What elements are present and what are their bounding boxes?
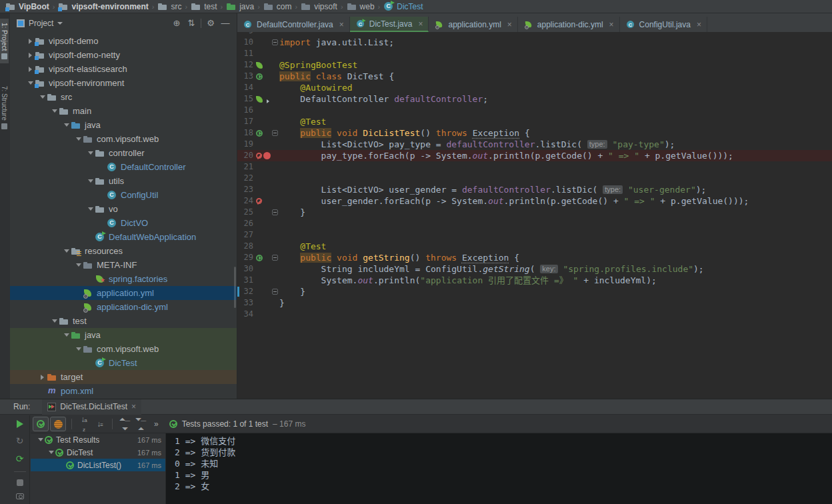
expanded-arrow-icon[interactable] (50, 319, 59, 323)
expanded-arrow-icon[interactable] (50, 109, 59, 113)
expanded-arrow-icon[interactable] (74, 347, 83, 351)
tree-item-dictvo[interactable]: DictVO (10, 216, 237, 230)
tree-item-application-yml[interactable]: application.yml (10, 286, 237, 300)
tree-item-dictest[interactable]: DicTest (10, 356, 237, 370)
breadcrumb-item-java[interactable]: java (226, 1, 254, 12)
test-tree-item-diclisttest-[interactable]: DicListTest()167 ms (31, 459, 165, 471)
run-config-tab[interactable]: DicTest.DicListTest × (42, 399, 141, 415)
show-passed-toggle[interactable] (33, 417, 49, 431)
line-number[interactable]: 26 (237, 218, 253, 229)
line-number[interactable]: 33 (237, 297, 253, 309)
code-line-15[interactable]: 15 DefaultController defaultController; (237, 93, 832, 105)
breadcrumb-item-vipboot[interactable]: VipBoot (5, 1, 49, 12)
line-number[interactable]: 12 (237, 59, 253, 71)
code-line-17[interactable]: 17 @Test (237, 116, 832, 127)
stop-button[interactable] (17, 479, 23, 486)
code-line-34[interactable]: 34 (237, 309, 832, 320)
test-tree-item-test-results[interactable]: Test Results167 ms (31, 433, 165, 446)
editor-tab-dictest-java[interactable]: DicTest.java× (350, 17, 429, 32)
editor-tab-application-dic-yml[interactable]: application-dic.yml× (518, 17, 620, 32)
expanded-arrow-icon[interactable] (38, 95, 47, 99)
tree-item-spring-factories[interactable]: ★spring.factories (10, 272, 237, 286)
line-number[interactable]: 34 (237, 309, 253, 320)
tree-item-main[interactable]: main (10, 104, 237, 118)
code-line-18[interactable]: 18 public void DicListTest() throws Exce… (237, 127, 832, 139)
close-icon[interactable]: × (697, 20, 701, 29)
sort-alphabetically-icon[interactable]: ↓az (76, 415, 92, 433)
code-line-9[interactable]: 9 (237, 32, 832, 37)
line-number[interactable]: 13 (237, 71, 253, 82)
tree-item-resources[interactable]: resources (10, 244, 237, 258)
fold-marker-icon[interactable] (272, 130, 278, 136)
tool-window-button-project[interactable]: 1: Project (0, 19, 9, 63)
fold-marker-icon[interactable] (272, 39, 278, 45)
hide-panel-icon[interactable]: — (218, 18, 233, 28)
more-actions-chevron[interactable]: » (154, 419, 159, 429)
expanded-arrow-icon[interactable] (26, 81, 35, 85)
code-line-13[interactable]: 13public class DicTest { (237, 71, 832, 82)
test-tree-item-dictest[interactable]: DicTest167 ms (31, 446, 165, 459)
code-line-20[interactable]: 20 pay_type.forEach(p -> System.out.prin… (237, 150, 832, 161)
tree-item-vipsoft-demo-netty[interactable]: vipsoft-demo-netty (10, 48, 237, 62)
line-number[interactable]: 25 (237, 207, 253, 218)
line-number[interactable]: 23 (237, 184, 253, 195)
breadcrumb-item-vipsoft[interactable]: vipsoft (301, 1, 337, 12)
line-number[interactable]: 22 (237, 173, 253, 184)
line-number[interactable]: 14 (237, 82, 253, 93)
show-ignored-toggle[interactable] (50, 417, 66, 431)
close-icon[interactable]: × (507, 20, 512, 29)
suppressed-output-icon[interactable] (256, 198, 262, 204)
code-line-16[interactable]: 16 (237, 105, 832, 116)
suppressed-output-icon[interactable] (256, 153, 262, 159)
tree-item-vipsoft-environment[interactable]: vipsoft-environment (10, 76, 237, 90)
tree-item-configutil[interactable]: ConfigUtil (10, 188, 237, 202)
line-number[interactable]: 31 (237, 275, 253, 286)
line-number[interactable]: 16 (237, 105, 253, 116)
expanded-arrow-icon[interactable] (36, 438, 45, 441)
line-number[interactable]: 27 (237, 229, 253, 241)
collapse-all-icon[interactable]: ⏷—⏶ (133, 415, 149, 433)
locate-file-icon[interactable]: ⊕ (169, 18, 184, 28)
collapsed-arrow-icon[interactable] (26, 67, 35, 72)
code-line-25[interactable]: 25 } (237, 207, 832, 218)
tree-item-com-vipsoft-web[interactable]: com.vipsoft.web (10, 132, 237, 146)
thread-dump-icon[interactable] (16, 493, 24, 499)
collapsed-arrow-icon[interactable] (38, 375, 47, 380)
spring-bean-icon[interactable] (256, 96, 263, 103)
line-number[interactable]: 24 (237, 195, 253, 207)
tool-window-button-structure[interactable]: 7: Structure (0, 82, 9, 133)
spring-leaf-icon[interactable] (256, 62, 263, 69)
toggle-auto-test-icon[interactable]: ⟳ (16, 453, 24, 464)
line-number[interactable]: 18 (237, 127, 253, 139)
code-line-11[interactable]: 11 (237, 48, 832, 59)
line-number[interactable]: 15 (237, 93, 253, 105)
expanded-arrow-icon[interactable] (86, 207, 95, 211)
expanded-arrow-icon[interactable] (62, 333, 71, 337)
code-line-33[interactable]: 33} (237, 297, 832, 309)
line-number[interactable]: 30 (237, 263, 253, 275)
close-icon[interactable]: × (131, 402, 136, 411)
editor-tab-configutil-java[interactable]: ConfigUtil.java× (620, 17, 707, 32)
project-scrollbar-thumb[interactable] (234, 267, 236, 308)
tree-item-vipsoft-elasticsearch[interactable]: vipsoft-elasticsearch (10, 62, 237, 76)
tree-item-src[interactable]: src (10, 90, 237, 104)
line-number[interactable]: 32 (237, 286, 253, 297)
code-line-22[interactable]: 22 (237, 173, 832, 184)
fold-marker-icon[interactable] (272, 255, 278, 261)
tree-item-defaultwebapplication[interactable]: DefaultWebApplication (10, 230, 237, 244)
code-line-24[interactable]: 24 user_gender.forEach(p -> System.out.p… (237, 195, 832, 207)
fold-marker-icon[interactable] (272, 289, 278, 295)
tree-item-pom-xml[interactable]: pom.xml (10, 384, 237, 398)
breakpoint-icon[interactable] (263, 152, 271, 159)
line-number[interactable]: 21 (237, 161, 253, 173)
code-line-12[interactable]: 12@SpringBootTest (237, 59, 832, 71)
tree-item-meta-inf[interactable]: META-INF (10, 258, 237, 272)
code-line-31[interactable]: 31 System.out.println("application 引用了配置… (237, 275, 832, 286)
breadcrumb-item-com[interactable]: com (263, 1, 292, 12)
collapsed-arrow-icon[interactable] (26, 53, 35, 58)
expanded-arrow-icon[interactable] (86, 151, 95, 155)
tree-item-test[interactable]: test (10, 314, 237, 328)
code-line-14[interactable]: 14 @Autowired (237, 82, 832, 93)
code-line-21[interactable]: 21 (237, 161, 832, 173)
rerun-button[interactable] (17, 420, 23, 428)
